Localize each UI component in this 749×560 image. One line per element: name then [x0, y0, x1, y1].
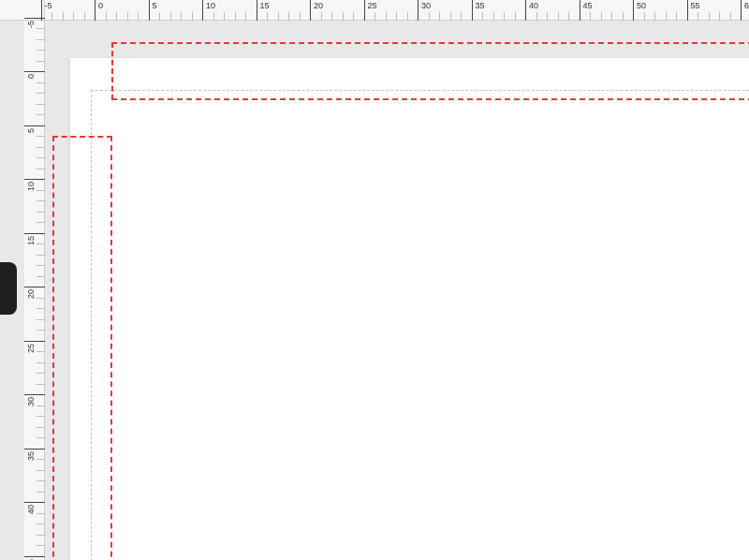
ruler-v-tick-label: 0	[26, 74, 36, 79]
ruler-v-tick-minor	[37, 222, 45, 223]
ruler-h-tick-major: 30	[418, 0, 419, 21]
ruler-v-tick-label: 25	[26, 344, 36, 353]
ruler-h-tick-major: 20	[310, 0, 311, 21]
ruler-h-tick-minor	[493, 12, 494, 21]
ruler-h-tick-label: 45	[583, 1, 593, 10]
ruler-v-tick-minor	[37, 265, 45, 266]
ruler-h-tick-minor	[245, 12, 246, 21]
ruler-h-tick-minor	[63, 12, 64, 21]
ruler-h-tick-minor	[374, 12, 375, 21]
ruler-h-tick-minor	[547, 12, 548, 21]
ruler-v-tick-label: 30	[26, 397, 36, 406]
ruler-h-tick-minor	[666, 12, 667, 21]
ruler-v-tick-minor	[37, 330, 45, 331]
ruler-h-tick-minor	[331, 12, 332, 21]
ruler-h-tick-major: 5	[149, 0, 150, 21]
ruler-vertical[interactable]: -5051015202530354045	[24, 21, 45, 560]
ruler-h-tick-minor	[159, 12, 160, 21]
selection-rect-1[interactable]	[52, 136, 112, 560]
ruler-v-tick-minor	[37, 104, 45, 105]
ruler-h-tick-minor	[51, 12, 52, 21]
ruler-h-tick-minor	[407, 12, 408, 21]
ruler-v-tick-major: 5	[24, 125, 45, 126]
ruler-v-tick-major: 20	[24, 287, 45, 287]
ruler-h-tick-label: 50	[637, 1, 646, 10]
ruler-h-tick-minor	[288, 12, 289, 21]
ruler-h-tick-major: 0	[95, 0, 95, 21]
toolbox-peek[interactable]	[0, 262, 17, 315]
ruler-h-tick-minor	[644, 12, 645, 21]
ruler-h-tick-minor	[396, 12, 397, 21]
ruler-h-tick-minor	[601, 12, 602, 21]
ruler-h-tick-minor	[343, 12, 344, 21]
ruler-h-tick-major: 35	[472, 0, 473, 21]
ruler-h-tick-minor	[709, 12, 710, 21]
ruler-h-tick-minor	[461, 12, 462, 21]
ruler-v-tick-minor	[37, 416, 45, 417]
ruler-v-tick-minor	[37, 405, 45, 406]
ruler-v-tick-minor	[37, 255, 45, 256]
canvas[interactable]	[45, 21, 749, 560]
ruler-v-tick-minor	[37, 373, 45, 374]
ruler-h-tick-major: 40	[525, 0, 526, 21]
ruler-v-tick-major: 35	[24, 449, 45, 449]
ruler-v-tick-minor	[37, 212, 45, 213]
ruler-h-tick-minor	[181, 12, 182, 21]
ruler-v-tick-major: 40	[24, 502, 45, 503]
ruler-h-tick-minor	[719, 12, 720, 21]
ruler-h-tick-minor	[84, 12, 85, 21]
ruler-v-tick-minor	[37, 437, 45, 438]
ruler-h-tick-minor	[321, 12, 322, 21]
ruler-v-tick-minor	[37, 82, 45, 83]
ruler-h-tick-minor	[192, 12, 193, 21]
ruler-h-tick-label: -5	[45, 1, 52, 10]
ruler-h-tick-label: 25	[368, 1, 377, 10]
ruler-h-tick-label: 30	[421, 1, 431, 10]
ruler-v-tick-label: 5	[26, 128, 36, 133]
ruler-h-tick-label: 20	[314, 1, 323, 10]
ruler-v-tick-minor	[37, 200, 45, 201]
ruler-v-tick-label: -5	[26, 21, 36, 28]
ruler-h-tick-minor	[730, 12, 731, 21]
ruler-v-tick-major: 45	[24, 556, 45, 557]
ruler-h-tick-label: 5	[153, 1, 157, 10]
ruler-v-tick-minor	[37, 93, 45, 94]
ruler-v-tick-minor	[37, 480, 45, 481]
ruler-v-tick-label: 40	[26, 505, 36, 514]
ruler-v-tick-minor	[37, 61, 45, 62]
ruler-v-tick-major: 15	[24, 233, 45, 234]
ruler-h-tick-minor	[386, 12, 387, 21]
page[interactable]	[70, 58, 749, 560]
ruler-v-tick-minor	[37, 28, 45, 29]
ruler-h-tick-minor	[568, 12, 569, 21]
ruler-v-tick-minor	[37, 157, 45, 158]
ruler-h-tick-label: 55	[691, 1, 700, 10]
ruler-h-tick-minor	[213, 12, 214, 21]
ruler-h-tick-minor	[623, 12, 624, 21]
ruler-v-tick-minor	[37, 427, 45, 428]
ruler-h-tick-minor	[611, 12, 612, 21]
ruler-v-tick-label: 15	[26, 236, 36, 245]
ruler-v-tick-minor	[37, 384, 45, 385]
ruler-h-tick-minor	[353, 12, 354, 21]
ruler-h-tick-minor	[235, 12, 236, 21]
margin-guide	[91, 90, 749, 560]
ruler-h-tick-label: 0	[98, 1, 103, 10]
ruler-h-tick-major: 25	[364, 0, 365, 21]
ruler-v-tick-minor	[37, 39, 45, 40]
ruler-v-tick-minor	[37, 50, 45, 51]
ruler-h-tick-major: 15	[257, 0, 257, 21]
ruler-h-tick-minor	[127, 12, 128, 21]
ruler-h-tick-minor	[170, 12, 171, 21]
ruler-h-tick-label: 60	[744, 1, 749, 10]
ruler-h-tick-label: 15	[260, 1, 270, 10]
ruler-v-tick-minor	[37, 276, 45, 277]
ruler-v-tick-minor	[37, 470, 45, 471]
selection-rect-0[interactable]	[111, 42, 749, 100]
ruler-horizontal[interactable]: -5051015202530354045505560	[45, 0, 749, 21]
ruler-v-tick-minor	[37, 523, 45, 524]
ruler-v-tick-minor	[37, 319, 45, 320]
ruler-h-tick-minor	[138, 12, 139, 21]
ruler-h-tick-major: 50	[633, 0, 634, 21]
app-root: -5051015202530354045505560 -505101520253…	[0, 0, 749, 560]
